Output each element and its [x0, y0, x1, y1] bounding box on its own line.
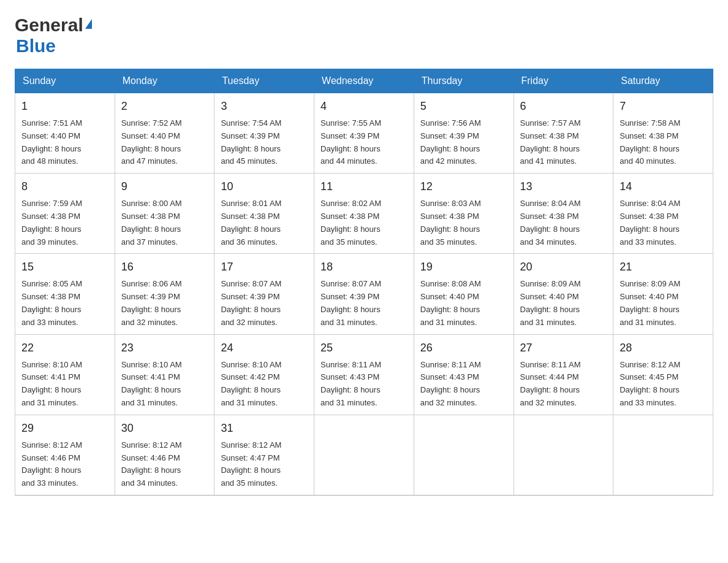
day-number: 7 [620, 98, 707, 115]
day-info: Sunrise: 8:12 AMSunset: 4:45 PMDaylight:… [620, 359, 707, 410]
day-info: Sunrise: 8:00 AMSunset: 4:38 PMDaylight:… [121, 197, 208, 248]
calendar-cell: 1 Sunrise: 7:51 AMSunset: 4:40 PMDayligh… [15, 93, 115, 174]
calendar-cell: 5 Sunrise: 7:56 AMSunset: 4:39 PMDayligh… [414, 93, 514, 174]
day-info: Sunrise: 8:09 AMSunset: 4:40 PMDaylight:… [620, 278, 707, 329]
day-number: 14 [620, 178, 707, 195]
calendar-week-row: 22 Sunrise: 8:10 AMSunset: 4:41 PMDaylig… [15, 334, 713, 415]
day-header-wednesday: Wednesday [314, 69, 414, 93]
day-info: Sunrise: 8:04 AMSunset: 4:38 PMDaylight:… [620, 197, 707, 248]
calendar-cell: 6 Sunrise: 7:57 AMSunset: 4:38 PMDayligh… [514, 93, 613, 174]
calendar-cell: 17 Sunrise: 8:07 AMSunset: 4:39 PMDaylig… [214, 254, 314, 334]
day-number: 30 [121, 420, 208, 437]
day-number: 21 [620, 259, 707, 275]
calendar-cell: 2 Sunrise: 7:52 AMSunset: 4:40 PMDayligh… [115, 93, 214, 174]
day-info: Sunrise: 8:03 AMSunset: 4:38 PMDaylight:… [420, 197, 507, 248]
calendar-table: SundayMondayTuesdayWednesdayThursdayFrid… [15, 69, 713, 496]
day-number: 1 [21, 98, 108, 115]
day-info: Sunrise: 8:02 AMSunset: 4:38 PMDaylight:… [320, 197, 408, 248]
day-info: Sunrise: 8:10 AMSunset: 4:41 PMDaylight:… [121, 359, 208, 410]
day-info: Sunrise: 8:06 AMSunset: 4:39 PMDaylight:… [121, 278, 208, 329]
day-number: 29 [21, 420, 108, 437]
calendar-cell: 30 Sunrise: 8:12 AMSunset: 4:46 PMDaylig… [115, 415, 214, 495]
day-number: 17 [221, 259, 308, 275]
day-info: Sunrise: 7:56 AMSunset: 4:39 PMDaylight:… [420, 117, 507, 168]
day-number: 10 [221, 178, 308, 195]
day-number: 4 [320, 98, 408, 115]
day-header-monday: Monday [115, 69, 214, 93]
calendar-cell: 19 Sunrise: 8:08 AMSunset: 4:40 PMDaylig… [414, 254, 514, 334]
day-header-saturday: Saturday [613, 69, 713, 93]
day-number: 13 [520, 178, 607, 195]
day-number: 11 [320, 178, 408, 195]
calendar-cell: 9 Sunrise: 8:00 AMSunset: 4:38 PMDayligh… [115, 174, 214, 254]
calendar-cell: 28 Sunrise: 8:12 AMSunset: 4:45 PMDaylig… [613, 334, 713, 415]
day-number: 18 [320, 259, 408, 275]
day-info: Sunrise: 7:54 AMSunset: 4:39 PMDaylight:… [221, 117, 308, 168]
day-number: 28 [620, 340, 707, 356]
day-header-tuesday: Tuesday [214, 69, 314, 93]
day-number: 24 [221, 340, 308, 356]
calendar-cell: 12 Sunrise: 8:03 AMSunset: 4:38 PMDaylig… [414, 174, 514, 254]
calendar-cell: 24 Sunrise: 8:10 AMSunset: 4:42 PMDaylig… [214, 334, 314, 415]
calendar-cell: 8 Sunrise: 7:59 AMSunset: 4:38 PMDayligh… [15, 174, 115, 254]
day-number: 19 [420, 259, 507, 275]
logo-general-text: General [15, 15, 83, 36]
day-info: Sunrise: 8:11 AMSunset: 4:44 PMDaylight:… [520, 359, 607, 410]
day-number: 9 [121, 178, 208, 195]
day-info: Sunrise: 8:12 AMSunset: 4:46 PMDaylight:… [121, 439, 208, 490]
day-info: Sunrise: 8:07 AMSunset: 4:39 PMDaylight:… [320, 278, 408, 329]
calendar-cell: 22 Sunrise: 8:10 AMSunset: 4:41 PMDaylig… [15, 334, 115, 415]
day-header-sunday: Sunday [15, 69, 115, 93]
calendar-cell [314, 415, 414, 495]
logo-blue-text: Blue [16, 36, 56, 56]
day-info: Sunrise: 8:08 AMSunset: 4:40 PMDaylight:… [420, 278, 507, 329]
calendar-cell: 21 Sunrise: 8:09 AMSunset: 4:40 PMDaylig… [613, 254, 713, 334]
day-info: Sunrise: 7:57 AMSunset: 4:38 PMDaylight:… [520, 117, 607, 168]
day-number: 20 [520, 259, 607, 275]
day-info: Sunrise: 8:10 AMSunset: 4:41 PMDaylight:… [21, 359, 108, 410]
day-number: 5 [420, 98, 507, 115]
day-info: Sunrise: 8:12 AMSunset: 4:47 PMDaylight:… [221, 439, 308, 490]
calendar-cell: 29 Sunrise: 8:12 AMSunset: 4:46 PMDaylig… [15, 415, 115, 495]
calendar-cell: 25 Sunrise: 8:11 AMSunset: 4:43 PMDaylig… [314, 334, 414, 415]
day-number: 15 [21, 259, 108, 275]
calendar-cell: 20 Sunrise: 8:09 AMSunset: 4:40 PMDaylig… [514, 254, 613, 334]
day-header-thursday: Thursday [414, 69, 514, 93]
calendar-cell: 3 Sunrise: 7:54 AMSunset: 4:39 PMDayligh… [214, 93, 314, 174]
calendar-week-row: 29 Sunrise: 8:12 AMSunset: 4:46 PMDaylig… [15, 415, 713, 495]
logo-triangle-icon [85, 19, 92, 29]
day-number: 31 [221, 420, 308, 437]
day-info: Sunrise: 7:51 AMSunset: 4:40 PMDaylight:… [21, 117, 108, 168]
day-number: 3 [221, 98, 308, 115]
day-info: Sunrise: 8:11 AMSunset: 4:43 PMDaylight:… [320, 359, 408, 410]
day-info: Sunrise: 8:09 AMSunset: 4:40 PMDaylight:… [520, 278, 607, 329]
calendar-cell: 23 Sunrise: 8:10 AMSunset: 4:41 PMDaylig… [115, 334, 214, 415]
day-header-friday: Friday [514, 69, 613, 93]
day-info: Sunrise: 8:11 AMSunset: 4:43 PMDaylight:… [420, 359, 507, 410]
day-number: 27 [520, 340, 607, 356]
calendar-cell: 27 Sunrise: 8:11 AMSunset: 4:44 PMDaylig… [514, 334, 613, 415]
day-number: 8 [21, 178, 108, 195]
day-number: 16 [121, 259, 208, 275]
logo: General Blue [15, 15, 92, 56]
day-info: Sunrise: 7:59 AMSunset: 4:38 PMDaylight:… [21, 197, 108, 248]
calendar-cell: 11 Sunrise: 8:02 AMSunset: 4:38 PMDaylig… [314, 174, 414, 254]
day-info: Sunrise: 8:10 AMSunset: 4:42 PMDaylight:… [221, 359, 308, 410]
calendar-week-row: 8 Sunrise: 7:59 AMSunset: 4:38 PMDayligh… [15, 174, 713, 254]
day-number: 2 [121, 98, 208, 115]
calendar-cell: 26 Sunrise: 8:11 AMSunset: 4:43 PMDaylig… [414, 334, 514, 415]
calendar-cell: 4 Sunrise: 7:55 AMSunset: 4:39 PMDayligh… [314, 93, 414, 174]
day-info: Sunrise: 8:07 AMSunset: 4:39 PMDaylight:… [221, 278, 308, 329]
day-info: Sunrise: 8:05 AMSunset: 4:38 PMDaylight:… [21, 278, 108, 329]
day-number: 26 [420, 340, 507, 356]
calendar-week-row: 1 Sunrise: 7:51 AMSunset: 4:40 PMDayligh… [15, 93, 713, 174]
calendar-cell: 13 Sunrise: 8:04 AMSunset: 4:38 PMDaylig… [514, 174, 613, 254]
calendar-cell: 31 Sunrise: 8:12 AMSunset: 4:47 PMDaylig… [214, 415, 314, 495]
day-info: Sunrise: 8:12 AMSunset: 4:46 PMDaylight:… [21, 439, 108, 490]
day-info: Sunrise: 7:55 AMSunset: 4:39 PMDaylight:… [320, 117, 408, 168]
calendar-cell: 16 Sunrise: 8:06 AMSunset: 4:39 PMDaylig… [115, 254, 214, 334]
day-info: Sunrise: 8:01 AMSunset: 4:38 PMDaylight:… [221, 197, 308, 248]
day-number: 22 [21, 340, 108, 356]
calendar-cell: 14 Sunrise: 8:04 AMSunset: 4:38 PMDaylig… [613, 174, 713, 254]
calendar-cell [613, 415, 713, 495]
